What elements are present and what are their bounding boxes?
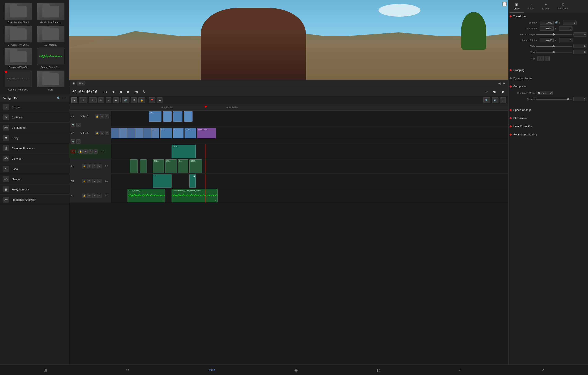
media-item[interactable]: 2 - Oahu Film Sho... [3, 26, 33, 46]
fx-item-dialogue[interactable]: ◎ Dialogue Processor [0, 143, 69, 154]
eye-track-a2[interactable]: 👁 [87, 164, 91, 168]
lock-button[interactable]: 🔒 [138, 98, 145, 103]
loop-button[interactable]: ↻ [142, 89, 146, 95]
s-btn-a1[interactable]: S [88, 150, 93, 154]
fx-item-foley-sampler[interactable]: ▦ Foley Sampler [0, 184, 69, 195]
fullscreen-button[interactable]: ⛶ [503, 2, 507, 6]
media-item[interactable]: 0 - Moolelo Shoot ... [36, 3, 66, 23]
clip-v2-solid[interactable]: Solid Color [197, 128, 216, 138]
lock-track-a3[interactable]: 🔒 [82, 179, 86, 183]
tab-effects[interactable]: ✦ Effects [538, 0, 553, 13]
section-header-composite[interactable]: Composite [509, 83, 588, 90]
stop-button[interactable]: ⏹ [118, 89, 123, 95]
clip-a2-6[interactable]: C032... [189, 159, 202, 173]
view-mode-select[interactable]: ▣ ▾ [77, 81, 85, 86]
deliver-page-button[interactable]: ↗ [539, 366, 546, 374]
s-btn-a4[interactable]: S [92, 194, 96, 198]
media-item-audio[interactable]: Forest_Creek_01... [36, 48, 66, 68]
blade-tool-button[interactable]: ✂ [98, 98, 104, 103]
slide-button[interactable]: ⇔ [113, 98, 119, 103]
anchor-y-value[interactable]: 0 [559, 38, 572, 42]
clip-v2-strip[interactable]: DJ... [111, 128, 159, 138]
step-back-button[interactable]: ◀ [111, 89, 115, 95]
s-btn-a2[interactable]: S [92, 164, 96, 168]
trim-tool-button[interactable]: ⊣⊢ [79, 98, 87, 103]
clip-a2-4[interactable]: C0... [165, 159, 177, 173]
media-item[interactable]: 0 - Aloha Aina Shoot [3, 3, 33, 23]
clip-btn-v3[interactable]: ☐ [76, 123, 81, 127]
clip-btn-v2[interactable]: ☐ [105, 131, 109, 135]
clip-a2-5[interactable]: C... [178, 159, 188, 173]
eye-track-a3[interactable]: 👁 [87, 179, 91, 183]
more-options-button[interactable]: ⋯ [62, 96, 66, 100]
media-item[interactable]: 10 - Molokai [36, 26, 66, 46]
rotation-value[interactable]: 0 [573, 32, 587, 36]
lock-track-v3[interactable]: 🔒 [95, 114, 99, 118]
flip-h-button[interactable]: ↔ [537, 56, 544, 61]
clip-v3-4[interactable] [184, 111, 192, 121]
tab-video[interactable]: ▣ Video [510, 0, 524, 13]
link-button[interactable]: ⛓ [131, 98, 137, 103]
composite-mode-select[interactable]: Normal [536, 91, 553, 95]
m-btn-a3[interactable]: M [97, 179, 102, 183]
yaw-value[interactable]: 0 [573, 50, 587, 54]
position-x-value[interactable]: 0.000 [540, 26, 554, 31]
flag-button[interactable]: 🚩 [149, 98, 155, 103]
edit-page-button[interactable]: ✂✂ [207, 366, 217, 374]
section-header-cropping[interactable]: Cropping [509, 67, 588, 73]
media-pool-button[interactable]: ⊞ [42, 366, 49, 374]
zoom-y-value[interactable]: 1 [563, 21, 577, 25]
search-button[interactable]: 🔍 [56, 96, 61, 100]
clip-a3-1[interactable]: C0... [153, 174, 171, 188]
eye-track-v3[interactable]: 👁 [100, 114, 104, 118]
clip-v2-3[interactable]: C... [173, 128, 183, 138]
fx-item-freq-analyzer[interactable]: Frequency Analyzer [0, 195, 69, 205]
cam-btn-v2[interactable]: 📷 [71, 139, 75, 143]
tab-audio[interactable]: ♪ Audio [524, 0, 538, 13]
eye-track-a1[interactable]: 👁 [84, 150, 88, 154]
s-btn-a3[interactable]: S [92, 179, 96, 183]
audio-level-button[interactable]: 🔊 [492, 98, 498, 103]
clip-a4-intro[interactable]: Into?Reveille_Inner_Peace_instru... ▾ [171, 189, 218, 202]
fullscreen-toggle[interactable]: ⤢ [484, 89, 489, 95]
lock-track-a4[interactable]: 🔒 [82, 194, 86, 198]
section-header-lens[interactable]: Lens Correction [509, 123, 588, 130]
fx-item-deesser[interactable]: Ss De-Esser [0, 112, 69, 123]
clip-a3-arrow[interactable]: ◀ [189, 174, 196, 188]
zoom-in-button[interactable]: ⊕ [503, 82, 505, 85]
clip-v2-4[interactable]: C032... [185, 128, 196, 138]
skip-to-end-button[interactable]: ⏭ [134, 89, 139, 95]
section-header-transform[interactable]: Transform [509, 13, 588, 20]
fx-item-distortion[interactable]: Distortion [0, 154, 69, 164]
pitch-slider[interactable] [536, 46, 572, 47]
section-header-stabilization[interactable]: Stabilization [509, 115, 588, 121]
media-item-audio-red[interactable]: Generic_Wind_Lo... [3, 71, 33, 91]
tab-transition[interactable]: ⧖ Transition [554, 0, 572, 13]
dynamic-trim-button[interactable]: ⊣⊢ [89, 98, 97, 103]
fairlight-page-button[interactable]: ♫ [457, 366, 464, 374]
settings-button[interactable]: ⋮ [500, 98, 506, 103]
clip-v3-2[interactable] [163, 111, 171, 121]
position-y-value[interactable]: 0 [559, 26, 572, 31]
zoom-x-value[interactable]: 1.000 [540, 21, 554, 25]
anchor-x-value[interactable]: 0.000 [540, 38, 554, 42]
section-header-speed[interactable]: Speed Change [509, 107, 588, 113]
section-header-dynamic-zoom[interactable]: Dynamic Zoom [509, 75, 588, 81]
slip-button[interactable]: ⇔ [106, 98, 111, 103]
clip-a2-1[interactable] [130, 159, 137, 173]
m-btn-a2[interactable]: M [97, 164, 102, 168]
skip-start-button[interactable]: ⏮ [500, 89, 505, 95]
pitch-value[interactable]: 0 [573, 44, 587, 48]
link-icon[interactable]: 🔗 [555, 21, 558, 24]
lock-track-a2[interactable]: 🔒 [82, 164, 86, 168]
fx-item-echo[interactable]: Echo [0, 164, 69, 174]
skip-to-start-button[interactable]: ⏮ [103, 89, 108, 95]
clip-v3-1[interactable]: C0... [149, 111, 161, 121]
clip-track-v3[interactable]: ☐ [105, 114, 109, 118]
clip-btn-v2b[interactable]: ☐ [76, 139, 81, 143]
zoom-out-button[interactable]: ◀ [498, 82, 501, 85]
clip-a2-2[interactable] [140, 159, 147, 173]
opacity-value[interactable]: 1 [573, 97, 587, 101]
lock-track-a1[interactable]: 🔒 [78, 150, 83, 154]
skip-end-button[interactable]: ⏭ [492, 89, 497, 95]
